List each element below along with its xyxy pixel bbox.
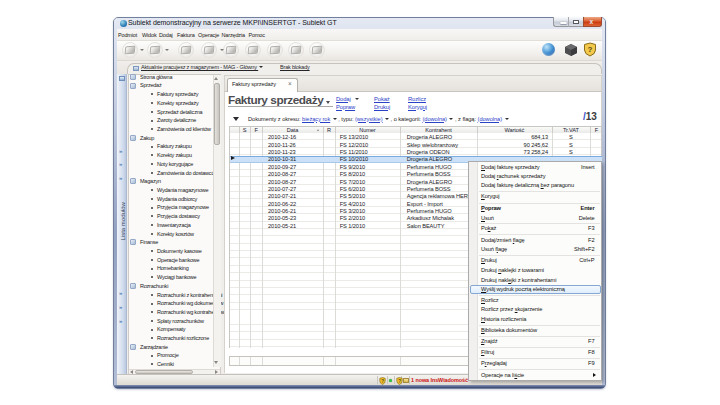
svg-text:?: ?	[588, 45, 593, 54]
svg-text:?: ?	[381, 378, 384, 383]
svg-text:?: ?	[398, 378, 401, 383]
